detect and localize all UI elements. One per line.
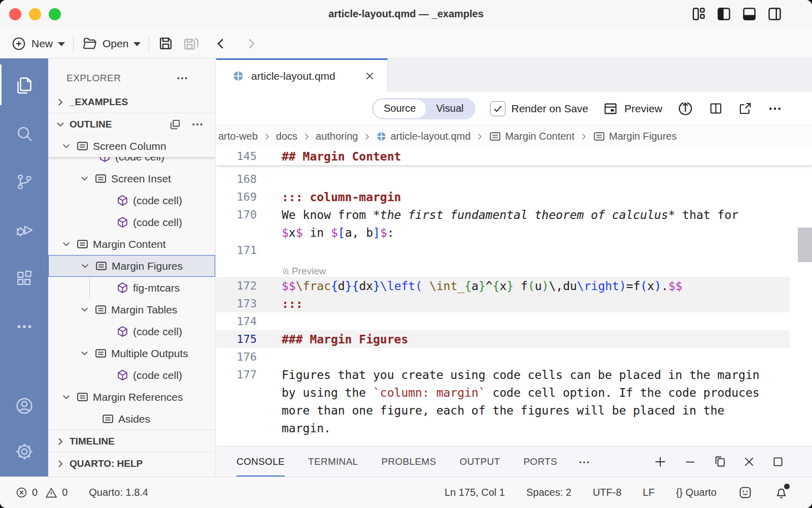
source-mode-button[interactable]: Source — [374, 100, 426, 118]
panel-close-icon[interactable] — [742, 455, 756, 469]
section-icon — [94, 172, 107, 185]
outline-item[interactable]: (code cell) — [48, 321, 215, 342]
encoding-status[interactable]: UTF-8 — [593, 487, 622, 498]
breadcrumb-item[interactable]: Margin Content — [489, 130, 574, 143]
toggle-right-panel-icon[interactable] — [767, 6, 783, 22]
outline-item[interactable]: (code cell) — [48, 211, 215, 233]
breadcrumb-label: authoring — [316, 131, 358, 142]
outline-item-label: (code cell) — [133, 216, 182, 229]
forward-icon[interactable] — [244, 36, 259, 51]
toggle-bottom-panel-icon[interactable] — [741, 6, 757, 22]
breadcrumb-item[interactable]: Margin Figures — [593, 130, 676, 143]
explorer-more-actions-icon[interactable] — [176, 72, 189, 85]
quarto-version-status[interactable]: Quarto: 1.8.4 — [89, 487, 148, 498]
zoom-window-button[interactable] — [49, 8, 61, 20]
checkbox-checked-icon — [490, 101, 505, 116]
panel-tab-output[interactable]: OUTPUT — [459, 447, 500, 477]
workspace-label: _EXAMPLES — [70, 97, 128, 108]
publish-icon[interactable] — [677, 100, 694, 117]
cursor-position-status[interactable]: Ln 175, Col 1 — [445, 487, 505, 498]
quarto-help-section-header[interactable]: QUARTO: HELP — [48, 453, 215, 474]
preview-button[interactable]: Preview — [603, 101, 662, 116]
visual-mode-button[interactable]: Visual — [426, 100, 473, 118]
language-mode-status[interactable]: {} Quarto — [676, 487, 717, 498]
breadcrumb-item[interactable]: article-layout.qmd — [376, 131, 470, 142]
outline-item[interactable]: Multiple Outputs — [48, 342, 215, 364]
code-cell-icon — [116, 281, 129, 294]
eol-status[interactable]: LF — [643, 487, 655, 498]
split-editor-icon[interactable] — [708, 101, 723, 116]
code-line: 173::: — [216, 295, 790, 312]
breadcrumb-item[interactable]: authoring — [316, 131, 358, 142]
save-icon[interactable] — [157, 35, 174, 52]
outline-item[interactable]: Asides — [48, 408, 215, 430]
outline-item[interactable]: Margin Figures — [48, 255, 215, 277]
outline-item[interactable]: (code cell) — [48, 364, 215, 386]
outline-item[interactable]: (code cell) — [48, 189, 215, 211]
outline-item[interactable]: fig-mtcars — [48, 277, 215, 299]
section-icon — [76, 238, 89, 250]
minimize-window-button[interactable] — [29, 8, 41, 20]
open-button[interactable]: Open — [82, 36, 141, 51]
close-window-button[interactable] — [9, 8, 21, 20]
panel-minimize-icon[interactable] — [683, 455, 697, 469]
panel-more-icon[interactable] — [578, 455, 591, 468]
code-editor[interactable]: 145## Margin Content 168169::: column-ma… — [216, 147, 812, 446]
save-all-icon[interactable] — [182, 35, 200, 52]
problems-status[interactable]: 0 0 — [15, 486, 67, 499]
outline-more-actions-icon[interactable] — [191, 118, 204, 131]
run-debug-icon[interactable] — [0, 210, 48, 250]
section-icon — [489, 130, 501, 143]
preview-codelens[interactable]: Preview — [282, 266, 326, 277]
notifications-bell-icon[interactable] — [774, 485, 789, 500]
render-on-save-label: Render on Save — [512, 103, 589, 115]
close-tab-icon[interactable] — [364, 71, 375, 81]
account-icon[interactable] — [0, 386, 48, 426]
editor-scrollbar[interactable] — [798, 228, 812, 262]
outline-item[interactable]: Margin References — [48, 386, 215, 408]
chevron-right-icon — [579, 132, 588, 141]
magnifier-plus-icon — [282, 267, 290, 276]
chevron-right-icon — [302, 132, 311, 141]
panel-duplicate-icon[interactable] — [713, 455, 727, 469]
timeline-section-header[interactable]: TIMELINE — [48, 430, 215, 452]
warnings-icon — [45, 486, 58, 499]
back-icon[interactable] — [213, 36, 228, 51]
panel-tab-problems[interactable]: PROBLEMS — [381, 447, 436, 477]
toggle-left-panel-icon[interactable] — [716, 6, 732, 22]
outline-section-header[interactable]: OUTLINE — [48, 113, 215, 135]
panel-maximize-icon[interactable] — [771, 455, 785, 469]
source-control-icon[interactable] — [0, 162, 48, 202]
render-on-save-toggle[interactable]: Render on Save — [490, 101, 589, 116]
extensions-icon[interactable] — [0, 259, 48, 298]
panel-tab-ports[interactable]: PORTS — [523, 447, 557, 477]
outline-item-label: Screen Column — [93, 140, 166, 152]
settings-gear-icon[interactable] — [0, 432, 48, 471]
section-icon — [76, 391, 89, 403]
customize-layout-icon[interactable] — [691, 6, 706, 22]
more-actions-icon[interactable] — [767, 101, 783, 116]
feedback-smiley-icon[interactable] — [738, 485, 753, 500]
outline-item[interactable]: Margin Content — [48, 233, 215, 255]
outline-item-label: (code cell) — [133, 195, 182, 207]
new-button[interactable]: New — [11, 36, 65, 51]
indentation-status[interactable]: Spaces: 2 — [526, 487, 571, 498]
outline-item[interactable]: Screen Inset — [48, 168, 215, 189]
open-in-new-window-icon[interactable] — [738, 101, 753, 116]
collapse-all-icon[interactable] — [168, 118, 182, 131]
explorer-view-button[interactable] — [0, 66, 48, 105]
search-view-button[interactable] — [0, 114, 48, 153]
editor-tab[interactable]: article-layout.qmd — [216, 58, 388, 92]
breadcrumb-item[interactable]: docs — [276, 131, 297, 142]
line-number: 173 — [216, 297, 257, 310]
panel-tab-console[interactable]: CONSOLE — [236, 447, 285, 477]
outline-item[interactable]: Margin Tables — [48, 299, 215, 321]
panel-tab-terminal[interactable]: TERMINAL — [308, 447, 358, 477]
breadcrumb-label: Margin Figures — [609, 131, 676, 142]
workspace-section-header[interactable]: _EXAMPLES — [48, 91, 215, 113]
status-bar: 0 0 Quarto: 1.8.4 Ln 175, Col 1 Spaces: … — [0, 477, 812, 508]
outline-item[interactable]: Screen Column — [48, 135, 215, 157]
panel-plus-icon[interactable] — [653, 455, 667, 469]
more-views-icon[interactable] — [0, 307, 48, 346]
breadcrumb-item[interactable]: arto-web — [218, 131, 258, 142]
